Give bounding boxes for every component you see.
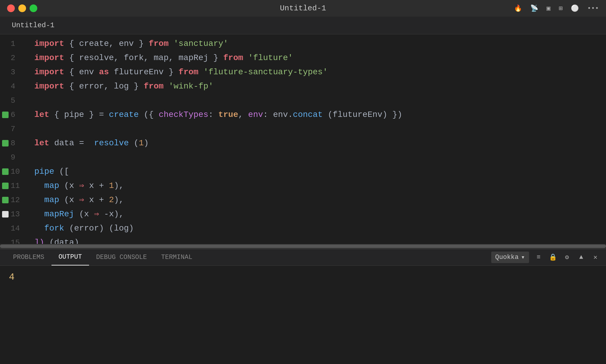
breakpoint-slot[interactable] [0,122,11,136]
code-token [84,178,89,194]
close-button[interactable] [7,4,15,12]
breakpoint-slot[interactable] [0,65,11,79]
collapse-up-icon[interactable]: ▲ [576,254,586,261]
code-token: ) [144,136,149,151]
breakpoint-slot[interactable] [0,79,11,94]
breakpoint-slot[interactable] [0,207,11,221]
code-lines[interactable]: import { create, env } from 'sanctuary'i… [34,34,606,244]
tab-debug-console[interactable]: DEBUG CONSOLE [89,249,154,265]
tab-problems[interactable]: PROBLEMS [6,249,51,265]
code-token: flutureEnv [333,107,382,123]
code-token: - [99,207,109,222]
output-value: 4 [9,272,14,283]
minimize-button[interactable] [18,4,26,12]
code-token [34,178,44,194]
code-token: ) ( [99,221,114,236]
code-token: ⇒ [79,192,84,208]
circle-icon[interactable]: ⚪ [571,4,579,12]
editor-scrollbar[interactable] [0,244,606,249]
traffic-lights [7,4,37,12]
code-token: import [34,79,64,94]
code-token [34,192,44,208]
code-token: let [34,136,49,151]
code-token [34,221,44,236]
line-number: 14 [11,221,28,236]
code-token: ( [59,178,69,194]
code-token: log [114,221,129,236]
code-token: pipe [34,164,54,179]
breakpoint-slot[interactable] [0,94,11,108]
breakpoint-slot[interactable] [0,193,11,207]
code-token: import [34,36,64,51]
broadcast-icon[interactable]: 📡 [530,4,538,12]
breakpoint-slot[interactable] [0,236,11,244]
output-source-dropdown[interactable]: Quokka ▾ [491,252,529,263]
sidebar-icon[interactable]: ⊞ [559,4,563,12]
code-token: : [263,107,273,123]
flame-icon[interactable]: 🔥 [514,4,522,12]
code-token [94,65,99,80]
code-token: env [248,107,263,123]
code-line: map (x ⇒ x + 2), [34,193,606,207]
code-line [34,150,606,165]
code-token: x [89,178,94,194]
code-token: ({ [139,107,159,123]
tab-output[interactable]: OUTPUT [51,249,89,265]
code-line: let { pipe } = create ({ checkTypes: tru… [34,108,606,122]
line-number: 13 [11,207,28,221]
tab-untitled-1[interactable]: Untitled-1 [6,21,60,29]
code-token [109,65,114,80]
code-token: ) [74,235,79,244]
code-token: : [208,107,218,123]
settings-icon[interactable]: ⚙ [562,253,572,261]
code-token: + [94,178,109,194]
breakpoint-slot[interactable] [0,221,11,236]
more-icon[interactable]: ••• [587,5,599,12]
code-token: ([ [54,164,69,179]
breakpoint-slot[interactable] [0,136,11,150]
line-number: 3 [11,65,28,79]
breakpoint-slot[interactable] [0,165,11,179]
breakpoint-slot[interactable] [0,150,11,165]
breakpoint-slot[interactable] [0,179,11,193]
split-editor-icon[interactable]: ▣ [547,4,550,12]
panel-output-content: 4 [0,266,606,364]
breakpoint-slot[interactable] [0,108,11,122]
tab-terminal[interactable]: TERMINAL [154,249,199,265]
maximize-button[interactable] [30,4,37,12]
code-token: import [34,50,64,66]
line-number: 5 [11,94,28,108]
code-token: resolve, fork, map, mapRej [79,50,208,66]
code-token: { [64,50,79,66]
lock-icon[interactable]: 🔒 [548,253,557,261]
code-token: { [64,36,79,51]
code-token: create, env [79,36,134,51]
code-token: } [164,65,178,80]
breakpoint-slot[interactable] [0,37,11,51]
code-token: data [54,136,74,151]
code-token: from [223,50,243,66]
filter-icon[interactable]: ≡ [534,254,543,261]
code-token: 'sanctuary' [174,36,228,51]
code-token: x [69,192,74,208]
code-token: let [34,107,49,123]
code-token: as [99,65,109,80]
code-token [164,79,169,94]
titlebar-actions: 🔥 📡 ▣ ⊞ ⚪ ••• [514,4,599,12]
code-token: concat [293,107,323,123]
breakpoints-gutter [0,34,11,244]
code-token: ⇒ [79,178,84,194]
line-number: 8 [11,136,28,150]
chevron-down-icon: ▾ [521,253,525,261]
code-token: ( [44,235,54,244]
code-token: 'wink-fp' [169,79,213,94]
code-token [89,207,94,222]
panel-tab-actions: Quokka ▾ ≡ 🔒 ⚙ ▲ ✕ [491,252,600,263]
line-number: 7 [11,122,28,136]
close-panel-icon[interactable]: ✕ [591,253,600,261]
code-token: x [84,207,89,222]
code-token: { [49,107,64,123]
breakpoint-slot[interactable] [0,51,11,65]
code-token: ( [59,192,69,208]
scrollbar-thumb[interactable] [0,244,606,248]
